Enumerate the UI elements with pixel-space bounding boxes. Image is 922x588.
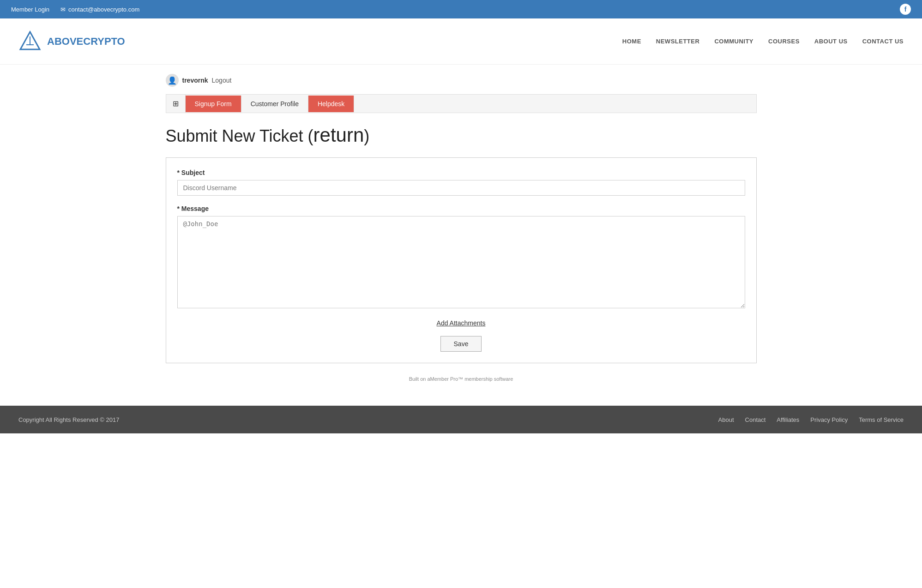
nav-newsletter[interactable]: NEWSLETTER (656, 38, 700, 45)
social-links: f (900, 4, 911, 15)
facebook-icon[interactable]: f (900, 4, 911, 15)
tab-helpdesk[interactable]: Helpdesk (308, 96, 354, 112)
header: ABOVECRYPTO HOME NEWSLETTER COMMUNITY CO… (0, 18, 922, 65)
logo[interactable]: ABOVECRYPTO (18, 30, 125, 53)
save-row: Save (177, 336, 745, 352)
tab-signup[interactable]: Signup Form (186, 96, 241, 112)
message-label: * Message (177, 205, 745, 212)
grid-icon[interactable]: ⊞ (166, 95, 186, 113)
nav-home[interactable]: HOME (622, 38, 641, 45)
title-end: ) (364, 126, 369, 145)
nav-about-us[interactable]: ABOUT US (814, 38, 848, 45)
logo-text: ABOVECRYPTO (47, 36, 125, 48)
user-bar: 👤 trevornk Logout (166, 74, 757, 87)
email-contact: ✉ contact@abovecrypto.com (60, 6, 139, 13)
footer-links: About Contact Affiliates Privacy Policy … (718, 416, 904, 423)
footer: Copyright All Rights Reserved © 2017 Abo… (0, 406, 922, 433)
title-return: return (313, 124, 364, 146)
built-on-text: Built on aMember Pro™ membership softwar… (166, 371, 757, 387)
footer-contact[interactable]: Contact (745, 416, 766, 423)
save-button[interactable]: Save (440, 336, 482, 352)
message-textarea[interactable] (177, 216, 745, 308)
top-bar: Member Login ✉ contact@abovecrypto.com f (0, 0, 922, 18)
member-login-link[interactable]: Member Login (11, 6, 49, 13)
footer-affiliates[interactable]: Affiliates (777, 416, 799, 423)
subject-input[interactable] (177, 180, 745, 196)
top-bar-left: Member Login ✉ contact@abovecrypto.com (11, 6, 139, 13)
title-start: Submit New Ticket ( (166, 126, 313, 145)
footer-privacy[interactable]: Privacy Policy (810, 416, 848, 423)
nav-community[interactable]: COMMUNITY (714, 38, 753, 45)
footer-about[interactable]: About (718, 416, 734, 423)
tab-profile[interactable]: Customer Profile (241, 96, 308, 112)
username: trevornk (182, 77, 208, 84)
email-address: contact@abovecrypto.com (68, 6, 139, 13)
attachments-row: Add Attachments (177, 319, 745, 327)
nav-courses[interactable]: COURSES (768, 38, 800, 45)
email-icon: ✉ (60, 6, 66, 13)
add-attachments-link[interactable]: Add Attachments (437, 319, 486, 327)
logo-svg (18, 30, 42, 53)
subject-group: * Subject (177, 169, 745, 196)
user-avatar: 👤 (166, 74, 179, 87)
logout-link[interactable]: Logout (212, 77, 232, 84)
message-group: * Message (177, 205, 745, 310)
main-content: 👤 trevornk Logout ⊞ Signup Form Customer… (147, 65, 775, 406)
subject-label: * Subject (177, 169, 745, 176)
logo-above: ABOVE (47, 36, 83, 47)
copyright-text: Copyright All Rights Reserved © 2017 (18, 416, 119, 423)
nav-contact-us[interactable]: CONTACT US (862, 38, 904, 45)
tabs-bar: ⊞ Signup Form Customer Profile Helpdesk (166, 94, 757, 113)
ticket-form-card: * Subject * Message Add Attachments Save (166, 157, 757, 363)
logo-crypto: CRYPTO (83, 36, 125, 47)
main-nav: HOME NEWSLETTER COMMUNITY COURSES ABOUT … (622, 38, 904, 45)
footer-terms[interactable]: Terms of Service (859, 416, 904, 423)
page-title: Submit New Ticket (return) (166, 124, 757, 146)
